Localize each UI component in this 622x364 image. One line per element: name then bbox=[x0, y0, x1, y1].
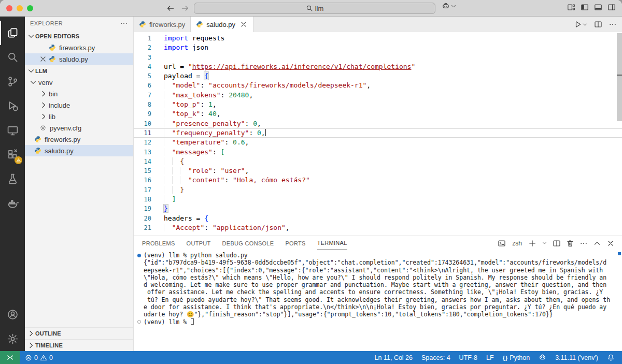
minimize-window-button[interactable] bbox=[17, 5, 23, 11]
tree-item-venv[interactable]: venv bbox=[25, 77, 133, 88]
tree-item-saludo.py[interactable]: saludo.py bbox=[25, 145, 133, 156]
split-terminal-button[interactable] bbox=[553, 239, 561, 247]
language-mode-status[interactable]: { } Python bbox=[503, 354, 530, 361]
extensions-warning-badge bbox=[15, 156, 22, 164]
gear-icon bbox=[39, 124, 47, 132]
code-line-text: "presence_penalty": 0, bbox=[164, 119, 261, 128]
editor-more-actions-button[interactable] bbox=[609, 20, 617, 28]
copilot-status[interactable] bbox=[539, 354, 546, 361]
eol-status[interactable]: LF bbox=[486, 354, 494, 361]
chevron-right-icon bbox=[39, 90, 48, 98]
tree-item-bin[interactable]: bin bbox=[25, 88, 133, 99]
run-dropdown-chevron-icon[interactable] bbox=[582, 22, 588, 27]
tree-item-include[interactable]: include bbox=[25, 99, 133, 111]
panel-more-actions-button[interactable] bbox=[579, 239, 588, 247]
errors-icon bbox=[25, 354, 32, 361]
code-line-text: ] bbox=[164, 195, 176, 204]
activity-account-button[interactable] bbox=[0, 302, 25, 327]
braces-icon: { } bbox=[503, 355, 507, 361]
tree-item-fireworks.py[interactable]: fireworks.py bbox=[25, 134, 133, 145]
customize-layout-button[interactable] bbox=[567, 3, 575, 11]
terminal-line: {"id":"b797dca9-b419-49f5-9638-0dd5dccbe… bbox=[137, 259, 622, 266]
activity-settings-button[interactable] bbox=[0, 327, 25, 351]
panel-tab-ports[interactable]: PORTS bbox=[285, 236, 305, 250]
code-line-text: headers = { bbox=[164, 214, 208, 223]
chevron-right-icon bbox=[39, 112, 48, 121]
activity-remote-explorer-button[interactable] bbox=[0, 118, 25, 142]
terminal-line: udarte hoy? 😊"},"finish_reason":"stop"}]… bbox=[137, 311, 622, 318]
code-line-10: 10 "presence_penalty": 0, bbox=[134, 119, 622, 128]
terminal-text: tú? En qué puedo ayudarte hoy?\" That se… bbox=[144, 296, 610, 303]
tab-saludo.py[interactable]: saludo.py bbox=[191, 17, 253, 32]
close-tab-icon[interactable] bbox=[239, 20, 248, 28]
toggle-secondary-sidebar-button[interactable] bbox=[607, 3, 616, 11]
folder-header-llm[interactable]: LLM bbox=[25, 65, 133, 77]
activity-run-debug-button[interactable] bbox=[0, 94, 25, 118]
terminal-overview-mark bbox=[618, 252, 621, 255]
editor-scrollbar[interactable] bbox=[617, 33, 622, 121]
problems-status[interactable]: 0 0 bbox=[25, 354, 53, 361]
panel-tab-terminal[interactable]: TERMINAL bbox=[317, 236, 347, 250]
tree-item-lib[interactable]: lib bbox=[25, 111, 133, 122]
text-cursor bbox=[265, 129, 266, 136]
panel-tab-problems[interactable]: PROBLEMS bbox=[142, 236, 175, 250]
terminal-output[interactable]: (venv) llm % python saludo.py{"id":"b797… bbox=[134, 250, 622, 351]
back-arrow-icon[interactable] bbox=[166, 4, 175, 13]
activity-testing-button[interactable] bbox=[0, 167, 25, 191]
new-terminal-button[interactable] bbox=[528, 239, 536, 247]
activity-extensions-button[interactable] bbox=[0, 142, 25, 167]
copilot-menu[interactable] bbox=[442, 2, 457, 10]
explorer-more-actions-icon[interactable] bbox=[120, 19, 128, 27]
toggle-panel-button[interactable] bbox=[594, 3, 602, 11]
terminal-line: (venv) llm % bbox=[137, 318, 622, 326]
window-controls bbox=[6, 5, 33, 11]
code-line-2: 2import json bbox=[134, 43, 622, 52]
sidebar-title-label: EXPLORER bbox=[30, 20, 63, 26]
open-editor-item-fireworks.py[interactable]: fireworks.py bbox=[25, 42, 133, 53]
terminal-gutter bbox=[137, 288, 144, 296]
close-panel-button[interactable] bbox=[606, 239, 615, 247]
terminal-line: e door for assistance. I think that's ap… bbox=[137, 303, 622, 311]
activity-search-button[interactable] bbox=[0, 45, 25, 69]
indentation-status[interactable]: Spaces: 4 bbox=[421, 354, 450, 361]
toggle-primary-sidebar-button[interactable] bbox=[581, 3, 589, 11]
command-center-search[interactable]: llm bbox=[194, 3, 435, 14]
maximize-panel-button[interactable] bbox=[593, 239, 601, 247]
close-editor-icon[interactable] bbox=[39, 55, 47, 63]
split-editor-button[interactable] bbox=[594, 20, 602, 28]
tab-fireworks.py[interactable]: fireworks.py bbox=[134, 17, 191, 32]
line-number: 4 bbox=[134, 62, 151, 71]
forward-arrow-icon[interactable] bbox=[180, 4, 190, 13]
code-line-15: 15 "role": "user", bbox=[134, 166, 622, 176]
panel-tab-output[interactable]: OUTPUT bbox=[187, 236, 211, 250]
line-number: 1 bbox=[134, 34, 151, 43]
encoding-status[interactable]: UTF-8 bbox=[459, 354, 477, 361]
activity-docker-button[interactable] bbox=[0, 191, 25, 215]
file-label: include bbox=[49, 101, 70, 109]
python-icon bbox=[139, 21, 146, 28]
open-editors-header[interactable]: OPEN EDITORS bbox=[25, 30, 133, 42]
zoom-window-button[interactable] bbox=[27, 5, 33, 11]
python-interpreter-status[interactable]: 3.11.11 ('venv') bbox=[555, 354, 598, 361]
editor-tab-bar: fireworks.pysaludo.py bbox=[134, 17, 622, 32]
cursor-position-status[interactable]: Ln 11, Col 26 bbox=[375, 354, 413, 361]
kill-terminal-button[interactable] bbox=[566, 239, 574, 247]
close-window-button[interactable] bbox=[6, 5, 12, 11]
line-number: 9 bbox=[134, 109, 151, 119]
activity-source-control-button[interactable] bbox=[0, 69, 25, 94]
terminal-gutter bbox=[137, 259, 144, 266]
code-editor[interactable]: 1import requests2import json34url = "htt… bbox=[134, 32, 622, 236]
tree-item-pyvenv.cfg[interactable]: pyvenv.cfg bbox=[25, 122, 133, 134]
timeline-section-header[interactable]: TIMELINE bbox=[25, 339, 133, 351]
line-number: 21 bbox=[134, 223, 151, 232]
remote-indicator[interactable] bbox=[0, 351, 20, 364]
panel-tab-debug-console[interactable]: DEBUG CONSOLE bbox=[222, 236, 274, 250]
code-line-14: 14 { bbox=[134, 157, 622, 166]
activity-explorer-button[interactable] bbox=[0, 21, 25, 45]
outline-section-header[interactable]: OUTLINE bbox=[25, 327, 133, 339]
open-editor-item-saludo.py[interactable]: saludo.py bbox=[25, 53, 133, 65]
terminal-dropdown-chevron-icon[interactable] bbox=[542, 240, 547, 246]
shell-name[interactable]: zsh bbox=[512, 240, 522, 247]
run-python-file-button[interactable] bbox=[574, 20, 582, 28]
notifications-bell[interactable] bbox=[607, 354, 615, 361]
